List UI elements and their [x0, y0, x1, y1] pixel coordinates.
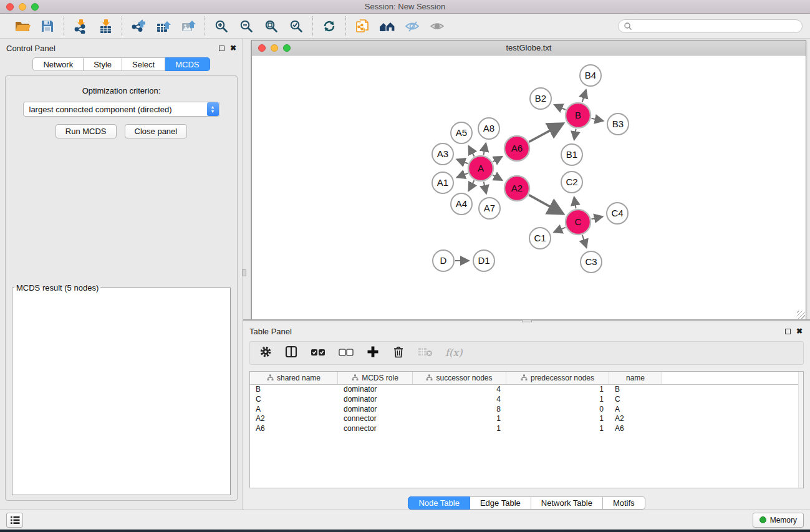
- node-A1[interactable]: A1: [432, 172, 453, 193]
- column-header-predecessor-nodes[interactable]: predecessor nodes: [506, 372, 609, 384]
- node-B3[interactable]: B3: [607, 114, 629, 135]
- edge-A-A7[interactable]: [484, 181, 486, 193]
- network-window-titlebar[interactable]: testGlobe.txt: [252, 41, 806, 56]
- column-header-successor-nodes[interactable]: successor nodes: [413, 372, 506, 384]
- column-header-mcds-role[interactable]: MCDS role: [338, 372, 413, 384]
- tab-network[interactable]: Network: [32, 57, 84, 71]
- node-A2[interactable]: A2: [504, 176, 529, 201]
- table-scrollbar[interactable]: [798, 372, 803, 488]
- table-cell-name[interactable]: A: [609, 405, 662, 414]
- edge-C-C2[interactable]: [574, 197, 576, 209]
- network-graph[interactable]: B4B2BB3B1A5A8A6A3AA1C2A2A4A7C4CC1C3DD1: [252, 56, 806, 319]
- show-columns-button[interactable]: [284, 345, 298, 360]
- edge-C-C3[interactable]: [582, 235, 587, 248]
- table-cell-predecessor-nodes[interactable]: 1: [506, 414, 609, 423]
- table-cell-mcds-role[interactable]: connector: [338, 424, 413, 433]
- table-cell-shared-name[interactable]: A: [250, 405, 338, 414]
- table-cell-successor-nodes[interactable]: 8: [413, 405, 506, 414]
- node-A8[interactable]: A8: [478, 118, 499, 139]
- edge-A-A5[interactable]: [468, 146, 474, 157]
- tab-style[interactable]: Style: [84, 57, 122, 71]
- node-A3[interactable]: A3: [432, 143, 453, 165]
- edge-A-A6[interactable]: [493, 157, 502, 162]
- table-cell-successor-nodes[interactable]: 4: [413, 395, 506, 404]
- zoom-fit-button[interactable]: [262, 17, 281, 36]
- table-cell-mcds-role[interactable]: dominator: [338, 395, 413, 404]
- table-cell-shared-name[interactable]: C: [250, 395, 338, 404]
- export-image-button[interactable]: [179, 17, 198, 36]
- column-header-name[interactable]: name: [609, 372, 662, 384]
- zoom-out-button[interactable]: [237, 17, 256, 36]
- table-cell-predecessor-nodes[interactable]: 1: [506, 385, 609, 394]
- export-table-button[interactable]: [154, 17, 173, 36]
- table-cell-name[interactable]: A2: [609, 414, 662, 423]
- table-row[interactable]: A6connector11A6: [250, 423, 803, 433]
- table-cell-successor-nodes[interactable]: 4: [413, 385, 506, 394]
- edge-A-A1[interactable]: [456, 173, 468, 178]
- tab-mcds[interactable]: MCDS: [165, 57, 210, 71]
- import-table-button[interactable]: [96, 17, 115, 36]
- window-resize-grip[interactable]: [797, 311, 805, 319]
- table-cell-predecessor-nodes[interactable]: 0: [506, 405, 609, 414]
- table-cell-mcds-role[interactable]: dominator: [338, 405, 413, 414]
- splitter-handle[interactable]: [242, 269, 246, 276]
- close-panel-icon[interactable]: ✖: [230, 46, 236, 51]
- close-table-panel-icon[interactable]: ✖: [796, 329, 803, 334]
- edge-B-B2[interactable]: [554, 105, 566, 110]
- import-network-button[interactable]: [71, 17, 90, 36]
- save-session-button[interactable]: [38, 17, 57, 36]
- table-cell-successor-nodes[interactable]: 1: [413, 424, 506, 433]
- table-row[interactable]: Adominator80A: [250, 404, 803, 414]
- table-settings-button[interactable]: [259, 345, 272, 360]
- tab-edge-table[interactable]: Edge Table: [470, 496, 531, 510]
- table-row[interactable]: Cdominator41C: [250, 394, 803, 404]
- float-table-panel-icon[interactable]: [785, 329, 791, 334]
- edge-A-A3[interactable]: [456, 159, 468, 163]
- edge-B-B4[interactable]: [582, 90, 586, 102]
- node-B2[interactable]: B2: [530, 88, 551, 109]
- table-cell-shared-name[interactable]: A2: [250, 414, 338, 423]
- search-input[interactable]: [635, 22, 797, 31]
- node-A[interactable]: A: [468, 156, 493, 181]
- clear-all-checks-button[interactable]: [338, 345, 354, 360]
- node-B4[interactable]: B4: [580, 65, 601, 86]
- tab-node-table[interactable]: Node Table: [408, 496, 470, 510]
- table-cell-mcds-role[interactable]: dominator: [338, 385, 413, 394]
- add-column-button[interactable]: [366, 345, 380, 360]
- edge-A-A8[interactable]: [483, 143, 486, 155]
- task-history-button[interactable]: [6, 513, 23, 528]
- tab-select[interactable]: Select: [122, 57, 165, 71]
- zoom-selected-button[interactable]: [287, 17, 306, 36]
- table-cell-predecessor-nodes[interactable]: 1: [506, 395, 609, 404]
- select-all-checks-button[interactable]: [310, 345, 326, 360]
- table-row[interactable]: Bdominator41B: [250, 385, 803, 395]
- node-A6[interactable]: A6: [504, 136, 529, 161]
- table-row[interactable]: A2connector11A2: [250, 414, 803, 424]
- node-B1[interactable]: B1: [561, 144, 582, 165]
- node-C1[interactable]: C1: [529, 228, 551, 249]
- run-mcds-button[interactable]: Run MCDS: [55, 124, 117, 138]
- tab-motifs[interactable]: Motifs: [603, 496, 645, 510]
- column-header-shared-name[interactable]: shared name: [250, 372, 338, 384]
- table-cell-name[interactable]: B: [609, 385, 662, 394]
- show-all-button[interactable]: [428, 17, 446, 36]
- delete-columns-button[interactable]: [392, 345, 405, 360]
- node-D1[interactable]: D1: [473, 250, 494, 271]
- node-C[interactable]: C: [566, 210, 591, 235]
- edge-A2-C[interactable]: [529, 195, 563, 214]
- memory-button[interactable]: Memory: [753, 513, 804, 528]
- edge-C-C1[interactable]: [554, 228, 566, 233]
- node-C2[interactable]: C2: [561, 172, 582, 193]
- open-session-button[interactable]: [13, 17, 32, 36]
- node-C4[interactable]: C4: [607, 203, 628, 224]
- edge-B-B3[interactable]: [591, 118, 603, 121]
- edge-B-B1[interactable]: [574, 129, 576, 140]
- table-cell-shared-name[interactable]: A6: [250, 424, 338, 433]
- criterion-select[interactable]: largest connected component (directed) ▲…: [23, 102, 220, 117]
- table-cell-shared-name[interactable]: B: [250, 385, 338, 394]
- node-B[interactable]: B: [566, 103, 591, 128]
- table-cell-predecessor-nodes[interactable]: 1: [506, 424, 609, 433]
- new-network-from-selection-button[interactable]: [353, 17, 372, 36]
- node-C3[interactable]: C3: [581, 251, 602, 273]
- edge-A-A2[interactable]: [493, 175, 502, 180]
